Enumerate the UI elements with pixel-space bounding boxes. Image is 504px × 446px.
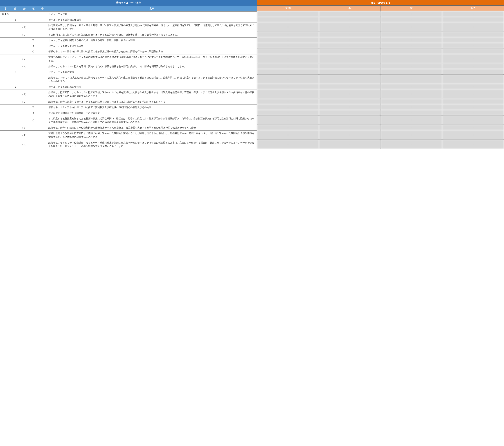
cell-chapter xyxy=(0,54,11,64)
cell-item xyxy=(38,54,47,64)
header-section: 節 xyxy=(11,6,20,12)
cell-chapter xyxy=(0,131,11,140)
cell-section xyxy=(11,104,20,110)
table-row: ---- xyxy=(257,22,504,32)
cell-c1: - xyxy=(257,54,319,63)
cell-section xyxy=(11,54,20,64)
table-row: ---- xyxy=(257,130,504,139)
cell-chapter xyxy=(0,110,11,116)
cell-c4: - xyxy=(442,37,504,43)
cell-c3: - xyxy=(380,89,442,98)
cell-c4: - xyxy=(442,125,504,130)
cell-item xyxy=(38,110,47,116)
cell-chapter xyxy=(0,116,11,125)
cell-section xyxy=(11,23,20,32)
cell-c2: - xyxy=(319,110,380,115)
cell-c3: - xyxy=(380,115,442,124)
comparison-table-container: 情報セキュリティ基準 章 節 条 項 号 文章 第１３セキュリティ監査１セキュリ… xyxy=(0,0,504,149)
header-r-article: 条 xyxy=(319,6,380,11)
cell-item xyxy=(38,12,47,17)
cell-c1: - xyxy=(257,115,319,124)
cell-c3: - xyxy=(380,48,442,54)
cell-c2: - xyxy=(319,17,380,22)
cell-section xyxy=(11,43,20,49)
cell-c4: - xyxy=(442,63,504,69)
cell-c4: - xyxy=(442,11,504,17)
cell-item xyxy=(38,90,47,99)
cell-c2: - xyxy=(319,11,380,17)
cell-text: イに規定する改善提案を踏まえた改善策の実施に必要な期間(３) 総括者は、前号イの… xyxy=(47,116,257,125)
left-header-row: 章 節 条 項 号 文章 xyxy=(0,6,257,12)
cell-text: 監査部門は、次に掲げる事項を記載したセキュリティ監査計画を作成し、総括者を通じて… xyxy=(47,32,257,38)
cell-chapter xyxy=(0,69,11,75)
cell-article xyxy=(20,75,29,84)
cell-c3: - xyxy=(380,130,442,139)
cell-c2: - xyxy=(319,75,380,84)
table-row: イセキュリティ監査を実施する日程 xyxy=(0,43,257,49)
cell-c4: - xyxy=(442,69,504,75)
cell-article xyxy=(20,104,29,110)
cell-c4: - xyxy=(442,22,504,32)
table-row: ウ情報セキュリティ基本方針等に基づく措置に係る実施状況の確認及び有効性の評価を行… xyxy=(0,49,257,54)
cell-chapter xyxy=(0,84,11,90)
cell-text: セキュリティ監査計画の作成等 xyxy=(47,17,257,23)
cell-c1: - xyxy=(257,48,319,54)
table-row: ---- xyxy=(257,75,504,84)
cell-text: 総括者は、前号に規定するセキュリティ監査の結果を記録した文書には次に掲げる事項を… xyxy=(47,99,257,104)
cell-c1: - xyxy=(257,125,319,130)
right-panel: NIST SP800-171 章 節 条 項 全て --------------… xyxy=(257,0,504,149)
cell-c4: - xyxy=(442,75,504,84)
cell-paragraph xyxy=(29,140,38,149)
cell-text: 前号アの規定によりセキュリティ監査に関与する者に対する保護すべき情報及び保護シス… xyxy=(47,54,257,64)
table-row: (５)総括者は、セキュリティ監査計画、セキュリティ監査の結果を記録した文書その他… xyxy=(0,140,257,149)
cell-paragraph xyxy=(29,90,38,99)
cell-c3: - xyxy=(380,43,442,48)
cell-article xyxy=(20,84,29,90)
cell-section xyxy=(11,131,20,140)
cell-c2: - xyxy=(319,98,380,104)
cell-paragraph xyxy=(29,84,38,90)
cell-item xyxy=(38,23,47,32)
cell-section xyxy=(11,49,20,54)
right-title: NIST SP800-171 xyxy=(257,0,504,5)
cell-c3: - xyxy=(380,32,442,37)
cell-article: (４) xyxy=(20,64,29,69)
table-row: ---- xyxy=(257,139,504,149)
cell-c2: - xyxy=(319,125,380,130)
cell-article xyxy=(20,49,29,54)
cell-section xyxy=(11,32,20,38)
cell-paragraph: ウ xyxy=(29,49,38,54)
header-text: 文章 xyxy=(47,6,257,12)
table-row: ---- xyxy=(257,32,504,37)
cell-c2: - xyxy=(319,84,380,89)
cell-item xyxy=(38,125,47,131)
cell-c4: - xyxy=(442,139,504,149)
cell-item xyxy=(38,17,47,23)
cell-paragraph xyxy=(29,54,38,64)
cell-section xyxy=(11,140,20,149)
cell-section: ３ xyxy=(11,84,20,90)
cell-c2: - xyxy=(319,104,380,110)
cell-c1: - xyxy=(257,75,319,84)
cell-text: セキュリティ監査結果の報告等 xyxy=(47,84,257,90)
cell-c4: - xyxy=(442,32,504,37)
table-row: ---- xyxy=(257,115,504,124)
cell-c4: - xyxy=(442,110,504,115)
cell-c1: - xyxy=(257,139,319,149)
cell-c2: - xyxy=(319,139,380,149)
cell-item xyxy=(38,38,47,43)
cell-c2: - xyxy=(319,63,380,69)
cell-c4: - xyxy=(442,17,504,22)
cell-article: (２) xyxy=(20,32,29,38)
cell-article xyxy=(20,43,29,49)
cell-article: (１) xyxy=(20,23,29,32)
cell-section xyxy=(11,125,20,131)
cell-c4: - xyxy=(442,89,504,98)
cell-c1: - xyxy=(257,22,319,32)
cell-text: 防衛関連企業は、情報セキュリティ基本方針等に基づく措置の実施状況の確認及び有効性… xyxy=(47,23,257,32)
cell-text: セキュリティ監査の実施 xyxy=(47,69,257,75)
cell-text: 情報セキュリティ基本方針等に基づく措置に係る実施状況の確認及び有効性の評価を行う… xyxy=(47,49,257,54)
cell-section xyxy=(11,75,20,84)
cell-section: １ xyxy=(11,17,20,23)
cell-c2: - xyxy=(319,22,380,32)
